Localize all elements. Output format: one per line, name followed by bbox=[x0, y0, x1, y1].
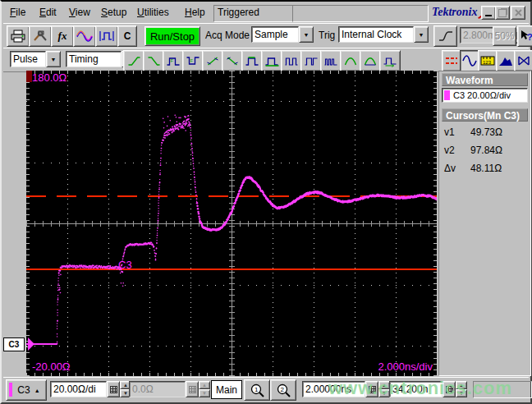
timebase-group: 2.00000ns ▲ ▼ bbox=[302, 381, 390, 397]
measure-fall-time-button[interactable] bbox=[143, 50, 164, 71]
eye-diagram-button[interactable] bbox=[514, 50, 532, 71]
measure-positive-slew-button[interactable] bbox=[202, 50, 223, 71]
menu-bar: File Edit View Setup Utilities Help Trig… bbox=[3, 4, 529, 22]
context-help-button[interactable]: ? bbox=[517, 25, 532, 47]
setup-dialogs-button[interactable] bbox=[29, 25, 52, 47]
measure-high-button[interactable] bbox=[241, 50, 263, 71]
waveform-view-button[interactable] bbox=[460, 50, 479, 71]
trace-tag: C3 bbox=[118, 259, 132, 271]
minimize-button[interactable] bbox=[481, 6, 496, 20]
print-icon bbox=[11, 30, 25, 43]
measure-positive-overshoot-button[interactable] bbox=[340, 50, 361, 71]
keypad-icon[interactable] bbox=[443, 381, 456, 397]
vertical-scale-group: 20.00Ω/di ▲ ▼ bbox=[50, 381, 131, 397]
c-button[interactable]: C bbox=[117, 25, 137, 47]
measure-rise-time-button[interactable] bbox=[123, 50, 144, 71]
timebase-spinner[interactable]: ▲ ▼ bbox=[378, 381, 390, 397]
keypad-icon[interactable] bbox=[365, 381, 378, 397]
measure-negative-slew-button[interactable] bbox=[222, 50, 243, 71]
position-spinner[interactable]: ▲ ▼ bbox=[456, 381, 467, 397]
position-input[interactable]: 34.200n bbox=[389, 381, 443, 397]
pulse-bracket-icon bbox=[99, 30, 115, 43]
dropdown-arrow-icon[interactable]: ▼ bbox=[46, 51, 61, 67]
spin-down-icon[interactable]: ▼ bbox=[378, 389, 390, 397]
main-toolbar: fx C Run/Stop Acq Mode Sample ▼ Trig Int… bbox=[3, 23, 529, 48]
acq-mode-label: Acq Mode bbox=[205, 30, 250, 41]
readout-dv-label: Δv bbox=[444, 163, 456, 174]
spin-up-icon[interactable]: ▲ bbox=[199, 381, 210, 389]
timebase-input[interactable]: 2.00000ns bbox=[302, 381, 365, 397]
application-window: File Edit View Setup Utilities Help Trig… bbox=[0, 0, 532, 404]
rising-slope-icon bbox=[438, 30, 454, 43]
print-button[interactable] bbox=[7, 25, 30, 47]
positive-width-icon: F bbox=[166, 55, 181, 67]
measure-low-button[interactable] bbox=[261, 50, 282, 71]
restore-button[interactable] bbox=[495, 6, 510, 20]
keypad-icon[interactable] bbox=[107, 381, 120, 397]
measure-positive-width-button[interactable]: F bbox=[163, 50, 184, 71]
math-button[interactable]: fx bbox=[51, 25, 74, 47]
signal-type-select[interactable]: Pulse ▼ bbox=[10, 51, 61, 67]
measure-delay-button[interactable] bbox=[379, 50, 401, 71]
vertical-top-label: 180.0Ω bbox=[32, 71, 66, 84]
channel-color-stripe bbox=[9, 383, 12, 397]
cursors-button[interactable] bbox=[442, 50, 461, 71]
period-icon bbox=[284, 55, 299, 67]
svg-text:2: 2 bbox=[281, 386, 285, 393]
menu-edit[interactable]: Edit bbox=[39, 7, 57, 18]
vertical-scale-input[interactable]: 20.00Ω/di bbox=[50, 381, 107, 397]
positive-overshoot-icon bbox=[343, 55, 358, 67]
trace-color-swatch bbox=[444, 90, 450, 100]
measure-duty-cycle-button[interactable] bbox=[300, 50, 322, 71]
waveform-database-button[interactable] bbox=[73, 25, 96, 47]
channel-select-button[interactable]: C3 ▲ bbox=[6, 379, 47, 401]
minimize-icon bbox=[485, 9, 492, 16]
trace-list-entry[interactable]: C3 20.00Ω/div bbox=[442, 88, 528, 103]
spin-up-icon[interactable]: ▲ bbox=[456, 381, 467, 389]
measure-negative-width-button[interactable]: F bbox=[182, 50, 204, 71]
menu-file[interactable]: File bbox=[10, 7, 25, 18]
channel-marker[interactable]: C3 bbox=[3, 337, 34, 352]
menu-help[interactable]: Help bbox=[185, 7, 205, 18]
timebase-mode-button[interactable]: Main bbox=[211, 380, 242, 399]
measure-negative-overshoot-button[interactable] bbox=[360, 50, 381, 71]
pulse-symbol-button[interactable] bbox=[95, 25, 118, 47]
spin-down-icon[interactable]: ▼ bbox=[456, 389, 467, 397]
trigger-source-select[interactable]: Internal Clock ▼ bbox=[338, 26, 429, 43]
histogram-button[interactable] bbox=[496, 50, 516, 71]
close-button[interactable] bbox=[511, 6, 525, 20]
spin-down-icon[interactable]: ▼ bbox=[199, 389, 210, 397]
spin-up-icon[interactable]: ▲ bbox=[378, 381, 390, 389]
vertical-offset-spinner[interactable]: ▲ ▼ bbox=[199, 381, 210, 397]
magnify-1-button[interactable]: 1 bbox=[244, 379, 270, 401]
run-stop-button[interactable]: Run/Stop bbox=[144, 26, 200, 46]
dropdown-arrow-icon[interactable]: ▼ bbox=[299, 26, 314, 43]
menu-view[interactable]: View bbox=[69, 7, 90, 18]
svg-text:?: ? bbox=[527, 32, 532, 42]
measure-period-button[interactable] bbox=[281, 50, 302, 71]
rise-time-icon bbox=[126, 55, 141, 67]
magnify-2-button[interactable]: 2 bbox=[270, 379, 296, 401]
menu-utilities[interactable]: Utilities bbox=[137, 7, 169, 18]
measurement-readout-button[interactable]: 123 bbox=[478, 50, 498, 71]
vertical-bottom-label: -20.00Ω bbox=[32, 360, 71, 373]
vertical-offset-input[interactable]: 0.0Ω bbox=[129, 381, 186, 397]
measurement-toolbar: Pulse ▼ Timing ▼ FF 123 bbox=[3, 48, 529, 72]
negative-overshoot-icon bbox=[363, 55, 378, 67]
menu-setup[interactable]: Setup bbox=[101, 7, 126, 18]
measure-burst-width-button[interactable] bbox=[320, 50, 342, 71]
timebase-label: 2.000ns/div bbox=[378, 360, 433, 373]
svg-text:F: F bbox=[171, 58, 174, 63]
acq-mode-select[interactable]: Sample ▼ bbox=[251, 26, 314, 43]
fx-icon: fx bbox=[58, 30, 67, 43]
waveform-panel-header: Waveform bbox=[442, 73, 528, 86]
readout-v2-value: 97.84Ω bbox=[470, 145, 502, 156]
keypad-icon[interactable] bbox=[186, 381, 199, 397]
waveform-trace bbox=[26, 71, 437, 376]
dropdown-arrow-icon[interactable]: ▼ bbox=[414, 26, 429, 43]
trigger-slope-button[interactable] bbox=[433, 25, 457, 47]
tektronix-logo: Tektronix bbox=[432, 6, 478, 19]
record-position-marker bbox=[26, 71, 32, 82]
positive-slew-icon bbox=[205, 55, 220, 67]
set-50-percent-button[interactable]: 50% bbox=[493, 26, 516, 46]
